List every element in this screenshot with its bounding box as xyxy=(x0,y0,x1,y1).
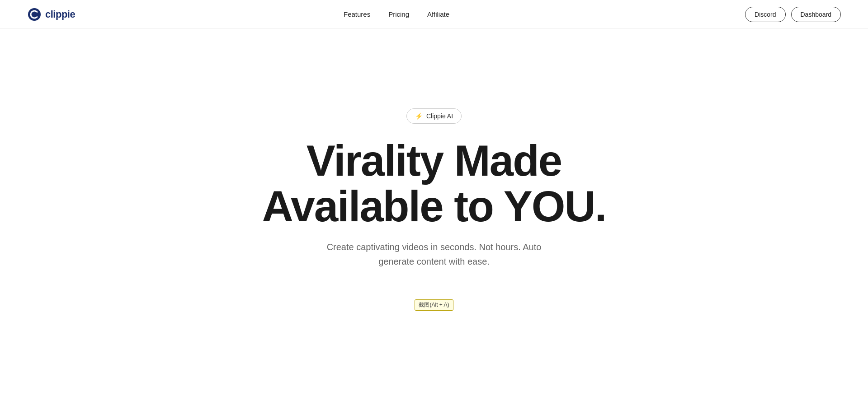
screenshot-tooltip: 截图(Alt + A) xyxy=(415,299,453,311)
hero-title: Virality Made Available to YOU. xyxy=(262,138,606,229)
hero-section: ⚡ Clippie AI Virality Made Available to … xyxy=(0,29,868,381)
discord-button[interactable]: Discord xyxy=(745,7,785,22)
svg-point-0 xyxy=(28,8,41,21)
hero-title-line1: Virality Made xyxy=(307,136,561,185)
hero-title-line2: Available to YOU. xyxy=(262,182,606,230)
navbar: clippie Features Pricing Affiliate Disco… xyxy=(0,0,868,29)
dashboard-button[interactable]: Dashboard xyxy=(791,7,841,22)
hero-badge: ⚡ Clippie AI xyxy=(406,108,462,124)
navbar-actions: Discord Dashboard xyxy=(745,7,841,22)
logo-text: clippie xyxy=(45,9,75,20)
hero-subtitle: Create captivating videos in seconds. No… xyxy=(316,240,552,269)
logo-icon xyxy=(27,7,42,22)
nav-links: Features Pricing Affiliate xyxy=(344,10,449,18)
nav-link-pricing[interactable]: Pricing xyxy=(388,10,409,18)
hero-badge-label: Clippie AI xyxy=(426,112,453,120)
lightning-icon: ⚡ xyxy=(415,112,423,120)
nav-link-features[interactable]: Features xyxy=(344,10,370,18)
logo-link[interactable]: clippie xyxy=(27,7,75,22)
nav-link-affiliate[interactable]: Affiliate xyxy=(427,10,449,18)
